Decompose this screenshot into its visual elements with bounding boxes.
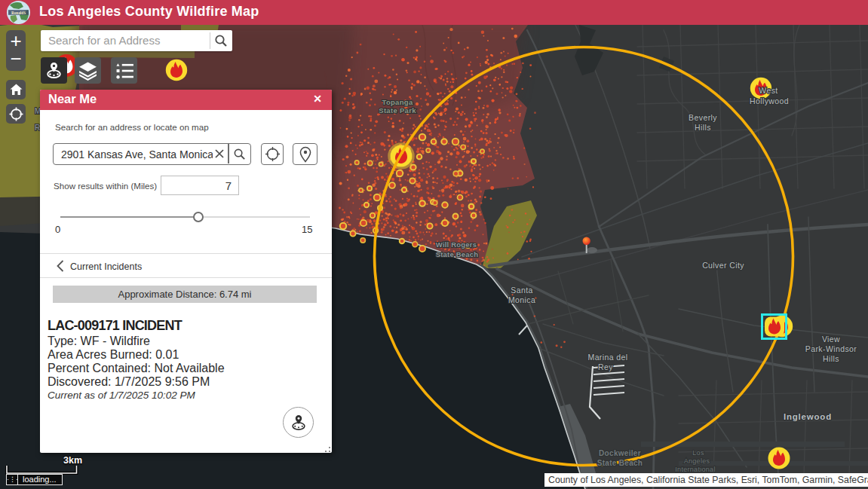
svg-text:Santa: Santa	[511, 286, 532, 295]
svg-text:Hollywood: Hollywood	[750, 96, 789, 105]
svg-text:Will Rogers: Will Rogers	[436, 240, 477, 249]
svg-text:Dockweiler: Dockweiler	[599, 449, 641, 457]
svg-text:Hills: Hills	[823, 354, 839, 363]
svg-text:Los: Los	[692, 449, 704, 457]
svg-text:State Beach: State Beach	[597, 459, 643, 467]
svg-text:Park-Windsor: Park-Windsor	[805, 344, 857, 353]
svg-text:Hills: Hills	[695, 123, 711, 132]
svg-text:Topanga: Topanga	[382, 98, 413, 106]
svg-text:West: West	[759, 86, 778, 95]
svg-text:RonaldS: RonaldS	[11, 11, 26, 15]
svg-text:Marina del: Marina del	[587, 353, 627, 362]
svg-text:Rey: Rey	[598, 362, 613, 371]
svg-text:International: International	[675, 466, 715, 473]
svg-text:Angeles: Angeles	[684, 457, 710, 465]
svg-text:State Park: State Park	[379, 106, 416, 115]
svg-text:Inglewood: Inglewood	[784, 412, 832, 421]
svg-text:State Beach: State Beach	[436, 250, 479, 258]
svg-text:Culver City: Culver City	[702, 261, 744, 270]
svg-text:View: View	[822, 335, 840, 344]
svg-text:Monica: Monica	[508, 295, 535, 304]
svg-text:Beverly: Beverly	[689, 113, 717, 122]
